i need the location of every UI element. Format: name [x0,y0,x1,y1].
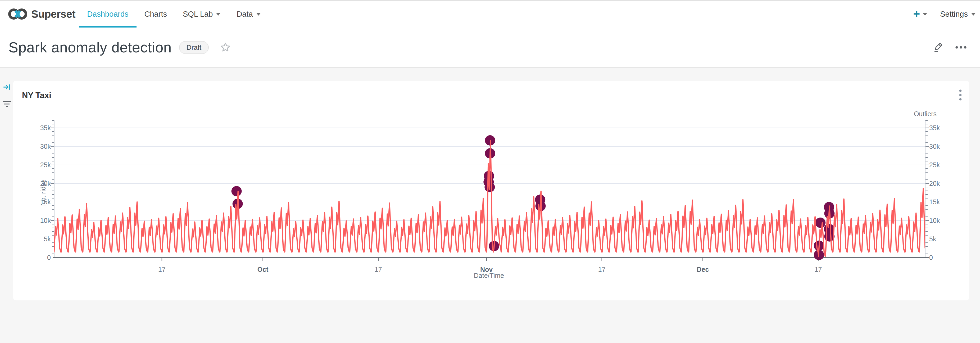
chevron-down-icon [971,13,976,16]
settings-menu[interactable]: Settings [940,10,976,19]
nav-right: + Settings [913,0,980,27]
favorite-star-icon[interactable] [220,41,232,53]
nav-sql-lab-label: SQL Lab [183,10,213,19]
chevron-down-icon [216,13,221,16]
top-nav: Superset Dashboards Charts SQL Lab Data … [0,0,980,27]
edit-dashboard-icon[interactable] [931,41,943,53]
chevron-down-icon [923,13,928,16]
svg-text:17: 17 [598,266,606,273]
status-badge: Draft [179,41,209,54]
nav-data-label: Data [237,10,253,19]
svg-text:5k: 5k [44,235,51,243]
svg-text:17: 17 [815,266,822,273]
nav-charts-label: Charts [145,10,167,19]
chevron-down-icon [256,13,261,16]
svg-text:17: 17 [375,266,382,273]
settings-label: Settings [940,10,968,19]
chart-title: NY Taxi [22,91,51,100]
page-title: Spark anomaly detection [8,39,172,56]
nav-dashboards[interactable]: Dashboards [79,0,136,27]
svg-text:Oct: Oct [258,266,269,273]
nav-dashboards-label: Dashboards [87,10,128,19]
expand-filter-bar-icon[interactable] [2,83,11,92]
filter-rail [2,83,12,108]
svg-text:17: 17 [158,266,165,273]
ny-taxi-timeseries-chart[interactable]: 005k5k10k10k15k15k20k20k25k25k30k30k35k3… [13,81,969,300]
svg-text:10k: 10k [929,217,940,224]
svg-text:0: 0 [929,254,933,261]
chart-card: 005k5k10k10k15k15k20k20k25k25k30k30k35k3… [13,81,969,300]
nav-sql-lab[interactable]: SQL Lab [175,0,229,27]
superset-infinity-icon [7,7,29,21]
svg-text:35k: 35k [40,124,51,132]
svg-text:Date/Time: Date/Time [474,272,504,279]
svg-text:35k: 35k [929,124,940,132]
brand-name: Superset [31,8,75,20]
svg-text:25k: 25k [40,161,51,169]
new-item-button[interactable]: + [913,8,928,20]
svg-text:15k: 15k [929,198,940,206]
svg-text:5k: 5k [929,235,936,243]
svg-text:0: 0 [47,254,51,261]
chart-kebab-menu-icon[interactable] [959,89,962,102]
svg-text:10k: 10k [40,217,51,224]
nav-charts[interactable]: Charts [137,0,175,27]
plus-icon: + [913,8,920,20]
dashboard-header: Spark anomaly detection Draft [0,27,980,68]
svg-text:30k: 30k [40,143,51,150]
superset-logo[interactable]: Superset [7,0,75,27]
dashboard-actions [931,41,972,53]
svg-text:20k: 20k [929,180,940,187]
main-menu: Dashboards Charts SQL Lab Data [79,0,269,27]
svg-text:Outliers: Outliers [914,110,937,118]
svg-text:30k: 30k [929,143,940,150]
filter-icon[interactable] [2,101,12,108]
svg-text:No. rides: No. rides [40,179,47,206]
svg-text:25k: 25k [929,161,940,169]
svg-text:Dec: Dec [697,266,709,273]
nav-data[interactable]: Data [229,0,269,27]
more-actions-icon[interactable] [955,41,967,53]
